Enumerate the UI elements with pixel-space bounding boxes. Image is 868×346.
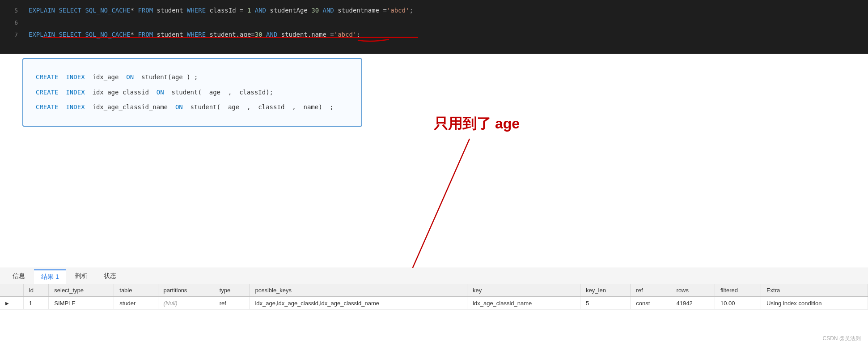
cell-type: ref	[214, 297, 250, 310]
sql-keyword-on-1: ON	[126, 70, 134, 85]
sql-box: CREATE INDEX idx_age ON student(age ) ; …	[22, 58, 362, 127]
results-table: id select_type table partitions type pos…	[0, 284, 868, 310]
th-partitions: partitions	[158, 284, 214, 297]
cell-ref: const	[631, 297, 671, 310]
sql-line-3: CREATE INDEX idx_age_classid_name ON stu…	[36, 100, 349, 115]
cell-select-type: SIMPLE	[49, 297, 114, 310]
watermark: CSDN @吴法则	[822, 335, 861, 342]
annotation-text: 只用到了 age	[434, 114, 520, 134]
row-expand-arrow[interactable]: ▶	[0, 297, 23, 310]
sql-keyword-create-2: CREATE	[36, 85, 59, 100]
sql-keyword-index-1: INDEX	[66, 70, 85, 85]
th-row-indicator	[0, 284, 23, 297]
line-number-7: 7	[7, 30, 18, 40]
cell-key-len: 5	[580, 297, 631, 310]
th-table: table	[114, 284, 158, 297]
sql-keyword-on-2: ON	[157, 85, 164, 100]
tab-info[interactable]: 信息	[5, 269, 32, 283]
code-line-6: 6	[0, 17, 868, 29]
cell-rows: 41942	[671, 297, 715, 310]
cell-possible-keys: idx_age,idx_age_classid,idx_age_classid_…	[250, 297, 467, 310]
code-line-5: 5 EXPLAIN SELECT SQL_NO_CACHE* FROM stud…	[0, 4, 868, 17]
th-type: type	[214, 284, 250, 297]
th-id: id	[23, 284, 49, 297]
th-rows: rows	[671, 284, 715, 297]
table-header-row: id select_type table partitions type pos…	[0, 284, 868, 297]
code-text-5: EXPLAIN SELECT SQL_NO_CACHE* FROM studen…	[29, 5, 413, 15]
sql-box-container: CREATE INDEX idx_age ON student(age ) ; …	[22, 58, 362, 127]
tab-bar: 信息 结果 1 剖析 状态	[0, 268, 868, 284]
sql-keyword-index-2: INDEX	[66, 85, 85, 100]
results-table-wrapper: id select_type table partitions type pos…	[0, 284, 868, 310]
bottom-panel: 信息 结果 1 剖析 状态 id select_type table parti…	[0, 268, 868, 346]
cell-id: 1	[23, 297, 49, 310]
cell-partitions: (Null)	[158, 297, 214, 310]
tab-results[interactable]: 结果 1	[34, 269, 66, 284]
cell-extra: Using index condition	[761, 297, 868, 310]
sql-keyword-on-3: ON	[175, 100, 183, 115]
sql-keyword-create-1: CREATE	[36, 70, 59, 85]
sql-line-1: CREATE INDEX idx_age ON student(age ) ;	[36, 70, 349, 85]
code-editor: 5 EXPLAIN SELECT SQL_NO_CACHE* FROM stud…	[0, 0, 868, 54]
cell-filtered: 10.00	[715, 297, 761, 310]
tab-profile[interactable]: 剖析	[68, 269, 95, 283]
line-number-5: 5	[7, 6, 18, 16]
code-line-7: 7 EXPLAIN SELECT SQL_NO_CACHE* FROM stud…	[0, 29, 868, 41]
code-text-6	[29, 17, 32, 27]
th-possible-keys: possible_keys	[250, 284, 467, 297]
th-extra: Extra	[761, 284, 868, 297]
table-row: ▶ 1 SIMPLE studer (Null) ref idx_age,idx…	[0, 297, 868, 310]
cell-key: idx_age_classid_name	[467, 297, 580, 310]
sql-keyword-index-3: INDEX	[66, 100, 85, 115]
th-key: key	[467, 284, 580, 297]
underline-annotation	[42, 37, 418, 38]
cell-table: studer	[114, 297, 158, 310]
th-select-type: select_type	[49, 284, 114, 297]
sql-line-2: CREATE INDEX idx_age_classid ON student(…	[36, 85, 349, 100]
sql-keyword-create-3: CREATE	[36, 100, 59, 115]
tab-status[interactable]: 状态	[97, 269, 123, 283]
th-filtered: filtered	[715, 284, 761, 297]
line-number-6: 6	[7, 18, 18, 28]
th-key-len: key_len	[580, 284, 631, 297]
th-ref: ref	[631, 284, 671, 297]
